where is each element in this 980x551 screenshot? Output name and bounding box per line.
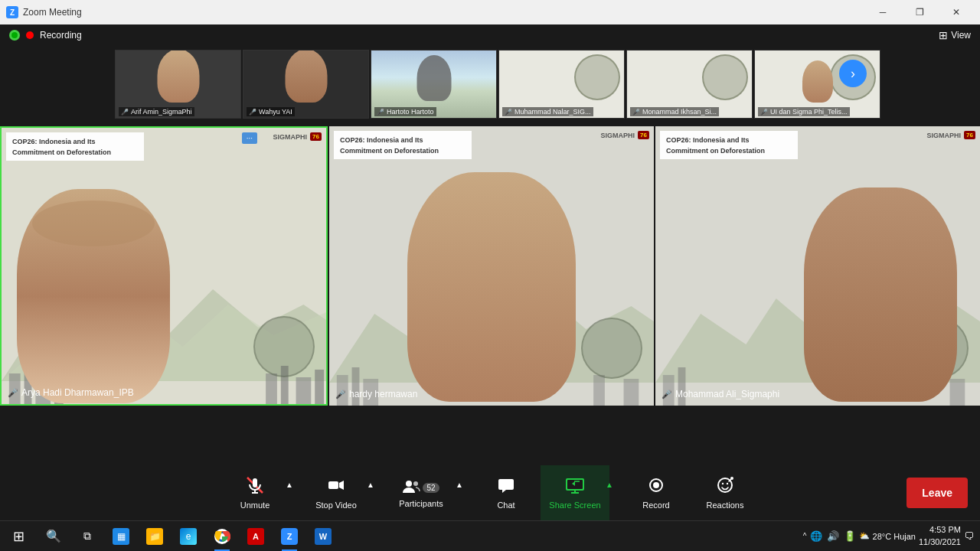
svg-rect-14	[593, 375, 605, 406]
zoom-icon: Z	[6, 6, 18, 18]
battery-icon: 🔋	[844, 530, 856, 542]
taskbar-file-explorer[interactable]: 📁	[138, 521, 172, 552]
slide-overlay-1: COP26: Indonesia and Its Commitment on D…	[6, 132, 144, 161]
mini-tile-2: 🎤 Wahyu YAI	[243, 50, 369, 119]
taskbar-search[interactable]: 🔍	[37, 521, 70, 552]
mini-tile-name-5: 🎤 Monammad Ikhsan_Si...	[630, 107, 719, 116]
taskbar-widgets[interactable]: ▦	[104, 521, 138, 552]
taskbar-taskview[interactable]: ⧉	[70, 521, 104, 552]
tray-chevron[interactable]: ^	[803, 532, 807, 540]
svg-point-35	[653, 482, 659, 488]
system-tray: ^ 🌐 🔊 🔋 ⛅ 28°C Hujan 4:53 PM 11/30/2021 …	[797, 524, 980, 548]
svg-point-27	[413, 481, 418, 486]
titlebar: Z Zoom Meeting ─ ❐ ✕	[0, 0, 980, 24]
participants-strip: 🎤 Arif Amin_SigmaPhi 🎤 Wahyu YAI 🎤 Harto…	[0, 46, 980, 122]
share-screen-icon	[564, 476, 586, 499]
video-icon	[327, 476, 345, 499]
mini-tile-name-3: 🎤 Hartoto Hartoto	[374, 107, 436, 116]
participants-button[interactable]: 52 Participants	[383, 465, 459, 520]
next-participants-button[interactable]: ›	[839, 60, 867, 87]
main-tile-2: COP26: Indonesia and Its Commitment on D…	[329, 126, 654, 406]
video-caret[interactable]: ▲	[364, 473, 377, 496]
slide-logo-2: SIGMAPHI 76	[601, 131, 649, 139]
mini-tile-3: 🎤 Hartoto Hartoto	[371, 50, 497, 119]
slide-overlay-3: COP26: Indonesia and Its Commitment on D…	[660, 131, 798, 159]
chat-icon	[497, 476, 515, 499]
mini-tile-4: 🎤 Muhammad Nalar_SIG...	[498, 50, 625, 119]
taskbar-edge[interactable]: e	[172, 521, 205, 552]
titlebar-controls: ─ ❐ ✕	[865, 0, 974, 24]
unmute-caret[interactable]: ▲	[283, 473, 296, 496]
leave-button[interactable]: Leave	[906, 478, 968, 508]
record-button[interactable]: Record	[622, 465, 691, 520]
reactions-icon	[716, 476, 734, 499]
titlebar-left: Z Zoom Meeting	[6, 6, 82, 18]
close-button[interactable]: ✕	[939, 0, 974, 24]
stop-video-label: Stop Video	[315, 500, 357, 510]
slide-overlay-2: COP26: Indonesia and Its Commitment on D…	[334, 131, 472, 159]
svg-rect-19	[950, 379, 965, 406]
status-dot	[9, 30, 20, 41]
share-screen-label: Share Screen	[549, 500, 600, 510]
more-options-button-1[interactable]: ···	[242, 132, 257, 144]
taskbar-chrome[interactable]	[205, 521, 239, 552]
share-caret[interactable]: ▲	[603, 473, 616, 496]
record-label: Record	[642, 500, 669, 510]
volume-icon: 🔊	[827, 530, 839, 542]
main-video-grid: COP26: Indonesia and Its Commitment on D…	[0, 126, 980, 406]
minimize-button[interactable]: ─	[865, 0, 900, 24]
svg-rect-24	[328, 481, 338, 489]
mic-icon	[246, 476, 264, 499]
recording-bar: Recording	[0, 24, 980, 46]
unmute-button[interactable]: Unmute	[220, 465, 289, 520]
stop-video-button[interactable]: Stop Video	[302, 465, 371, 520]
mini-tile-name-2: 🎤 Wahyu YAI	[247, 107, 295, 116]
start-button[interactable]: ⊞	[0, 521, 37, 552]
record-icon	[647, 476, 665, 499]
taskbar-datetime[interactable]: 4:53 PM 11/30/2021	[919, 524, 961, 548]
share-screen-button[interactable]: Share Screen	[541, 465, 609, 520]
maximize-button[interactable]: ❐	[902, 0, 937, 24]
taskbar-adobe[interactable]: A	[239, 521, 273, 552]
tile-label-2: 🎤 hardy hermawan	[335, 389, 417, 399]
taskbar-word[interactable]: W	[306, 521, 340, 552]
recording-label: Recording	[40, 30, 82, 41]
svg-point-39	[730, 477, 733, 480]
unmute-label: Unmute	[240, 500, 270, 510]
chat-label: Chat	[497, 500, 514, 510]
sys-icons: 🌐 🔊 🔋	[810, 530, 856, 542]
svg-rect-18	[678, 367, 686, 406]
participants-label: Participants	[399, 499, 443, 508]
svg-point-38	[727, 483, 728, 484]
participants-count: 52	[423, 483, 439, 493]
taskbar-zoom[interactable]: Z	[273, 521, 306, 552]
mini-tile-5: 🎤 Monammad Ikhsan_Si...	[626, 50, 753, 119]
svg-point-37	[722, 483, 724, 484]
network-icon: 🌐	[810, 530, 822, 542]
svg-rect-15	[624, 379, 639, 406]
main-tile-1: COP26: Indonesia and Its Commitment on D…	[0, 126, 328, 406]
reactions-label: Reactions	[707, 500, 744, 510]
svg-rect-9	[315, 370, 324, 404]
mini-tile-name-4: 🎤 Muhammad Nalar_SIG...	[502, 107, 593, 116]
tile-label-1: 🎤 Arya Hadi Dharmawan_IPB	[8, 387, 134, 398]
weather-widget[interactable]: ⛅ 28°C Hujan	[859, 531, 916, 541]
slide-logo-3: SIGMAPHI 76	[927, 131, 975, 139]
svg-point-26	[406, 481, 412, 487]
reactions-button[interactable]: Reactions	[691, 465, 760, 520]
participants-caret[interactable]: ▲	[453, 473, 466, 496]
windows-taskbar: ⊞ 🔍 ⧉ ▦ 📁 e A	[0, 520, 980, 551]
svg-rect-8	[296, 377, 312, 404]
notification-icon[interactable]: 🗨	[964, 530, 974, 542]
recording-dot	[26, 31, 34, 39]
svg-marker-25	[339, 481, 344, 490]
view-button[interactable]: ⊞ View	[939, 24, 971, 46]
tile-label-3: 🎤 Mohammad Ali_Sigmaphi	[662, 389, 779, 399]
svg-rect-12	[352, 367, 360, 406]
mini-tile-name-1: 🎤 Arif Amin_SigmaPhi	[119, 107, 194, 116]
svg-rect-21	[253, 478, 257, 487]
toolbar: Unmute ▲ Stop Video ▲ 52 Participa	[0, 465, 980, 520]
chat-button[interactable]: Chat	[472, 465, 541, 520]
svg-rect-6	[266, 373, 277, 404]
mini-tile-1: 🎤 Arif Amin_SigmaPhi	[115, 50, 241, 119]
